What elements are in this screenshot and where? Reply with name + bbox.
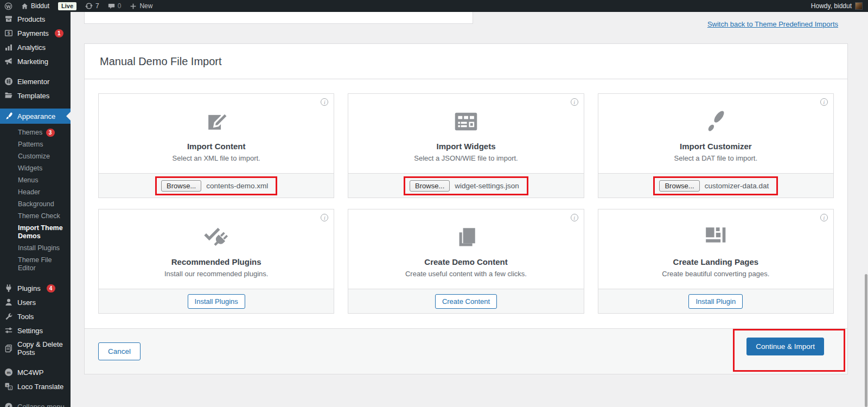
sidebar-item-label: Appearance bbox=[17, 112, 55, 120]
previous-section-remnant bbox=[84, 12, 473, 24]
update-count: 7 bbox=[95, 2, 99, 10]
card-action-button[interactable]: Install Plugin bbox=[688, 294, 743, 309]
sidebar-item-label: Copy & Delete Posts bbox=[17, 340, 67, 357]
marketing-icon bbox=[4, 57, 13, 66]
submenu-item[interactable]: Menus bbox=[0, 175, 71, 187]
updates-icon bbox=[85, 2, 93, 10]
submenu-item[interactable]: Patterns bbox=[0, 139, 71, 151]
sidebar-item-label: Payments bbox=[17, 29, 49, 37]
sidebar-item[interactable]: Tools bbox=[0, 309, 71, 323]
sidebar-item[interactable]: $ Payments 1 bbox=[0, 26, 71, 40]
submenu-item[interactable]: Customize bbox=[0, 151, 71, 163]
submenu-item[interactable]: Theme Check bbox=[0, 211, 71, 222]
sidebar-item[interactable]: m MC4WP bbox=[0, 365, 71, 379]
selected-file-name: customizer-data.dat bbox=[705, 182, 769, 190]
sidebar-item[interactable]: Plugins 4 bbox=[0, 281, 71, 295]
admin-sidebar: Products $ Payments 1 Analytics Marketin… bbox=[0, 12, 71, 407]
wordpress-menu[interactable] bbox=[0, 0, 17, 12]
card-title: Import Content bbox=[187, 142, 245, 151]
live-status[interactable]: Live bbox=[54, 0, 81, 12]
submenu-item-label: Patterns bbox=[18, 141, 43, 148]
submenu-item-label: Menus bbox=[18, 176, 39, 184]
import-customizer-icon bbox=[701, 107, 730, 136]
card-action-button[interactable]: Create Content bbox=[435, 294, 497, 309]
browse-button[interactable]: Browse... bbox=[410, 180, 450, 192]
cancel-button[interactable]: Cancel bbox=[98, 342, 141, 360]
sidebar-item-appearance[interactable]: Appearance bbox=[0, 109, 71, 124]
user-avatar[interactable] bbox=[855, 2, 863, 10]
sidebar-item-label: Loco Translate bbox=[17, 383, 63, 391]
sidebar-item[interactable]: Templates bbox=[0, 88, 71, 103]
card-action-button[interactable]: Install Plugins bbox=[188, 294, 245, 309]
sidebar-item[interactable]: Settings bbox=[0, 323, 71, 338]
sidebar-item[interactable]: Products bbox=[0, 12, 71, 26]
info-icon[interactable] bbox=[571, 214, 578, 221]
info-icon[interactable] bbox=[571, 98, 578, 106]
sidebar-item[interactable]: Copy & Delete Posts bbox=[0, 338, 71, 359]
submenu-item[interactable]: Theme File Editor bbox=[0, 255, 71, 275]
card-footer: Browse... customizer-data.dat bbox=[598, 173, 833, 198]
wordpress-logo-icon bbox=[4, 2, 12, 10]
products-icon bbox=[4, 15, 13, 23]
submenu-item-label: Theme Check bbox=[18, 212, 60, 220]
submenu-item[interactable]: Install Plugins bbox=[0, 243, 71, 255]
card-subtitle: Install our recommended plugins. bbox=[164, 270, 269, 278]
site-menu[interactable]: Biddut bbox=[17, 0, 54, 12]
comment-count: 0 bbox=[118, 2, 122, 10]
selected-file-name: widget-settings.json bbox=[455, 182, 519, 190]
import-card: Import Widgets Select a JSON/WIE file to… bbox=[348, 93, 584, 198]
site-name: Biddut bbox=[31, 2, 49, 10]
users-icon bbox=[4, 298, 13, 307]
info-icon[interactable] bbox=[820, 98, 828, 106]
info-icon[interactable] bbox=[820, 214, 828, 221]
submenu-item[interactable]: Themes 3 bbox=[0, 127, 71, 139]
sidebar-item[interactable]: Users bbox=[0, 295, 71, 309]
card-footer: Install Plugins bbox=[99, 289, 334, 313]
panel-header: Manual Demo File Import bbox=[85, 44, 847, 79]
sidebar-item[interactable]: az Loco Translate bbox=[0, 379, 71, 393]
import-card: Recommended Plugins Install our recommen… bbox=[98, 209, 334, 314]
continue-import-button[interactable]: Continue & Import bbox=[746, 338, 824, 355]
card-title: Recommended Plugins bbox=[171, 257, 261, 266]
sidebar-item[interactable]: Analytics bbox=[0, 40, 71, 54]
sidebar-item[interactable]: Collapse menu bbox=[0, 399, 71, 407]
sidebar-item-label: Plugins bbox=[17, 284, 41, 292]
sidebar-item[interactable]: Elementor bbox=[0, 74, 71, 88]
browse-button[interactable]: Browse... bbox=[161, 180, 201, 192]
import-card: Create Demo Content Create useful conten… bbox=[348, 209, 584, 314]
card-footer: Install Plugin bbox=[598, 289, 833, 313]
sidebar-item[interactable]: Marketing bbox=[0, 54, 71, 68]
submenu-item-label: Widgets bbox=[18, 164, 42, 172]
updates-menu[interactable]: 7 bbox=[81, 0, 104, 12]
comments-menu[interactable]: 0 bbox=[104, 0, 126, 12]
submenu-item[interactable]: Header bbox=[0, 187, 71, 199]
card-subtitle: Select an XML file to import. bbox=[173, 154, 260, 162]
selected-file-name: contents-demo.xml bbox=[206, 182, 268, 190]
submenu-item-label: Background bbox=[18, 200, 54, 208]
submenu-item[interactable]: Background bbox=[0, 199, 71, 211]
settings-icon bbox=[4, 326, 13, 335]
new-content-menu[interactable]: New bbox=[125, 0, 157, 12]
submenu-item-label: Themes bbox=[18, 129, 42, 136]
import-widgets-icon bbox=[451, 107, 481, 136]
card-subtitle: Select a JSON/WIE file to import. bbox=[414, 154, 518, 162]
svg-text:$: $ bbox=[8, 30, 10, 36]
page-title: Manual Demo File Import bbox=[100, 55, 222, 68]
continue-button-annotation: Continue & Import bbox=[733, 329, 845, 372]
vertical-scrollbar[interactable] bbox=[865, 274, 867, 407]
submenu-item[interactable]: Import Theme Demos bbox=[0, 222, 71, 243]
payments-icon: $ bbox=[4, 29, 13, 37]
browse-button[interactable]: Browse... bbox=[659, 180, 699, 192]
submenu-item[interactable]: Widgets bbox=[0, 163, 71, 175]
sidebar-item-label: Products bbox=[17, 15, 45, 23]
appearance-submenu: Themes 3 Patterns Customize Widgets Menu… bbox=[0, 124, 71, 281]
submenu-item-label: Import Theme Demos bbox=[18, 224, 63, 240]
switch-imports-link[interactable]: Switch back to Theme Predefined Imports bbox=[707, 20, 838, 28]
tools-icon bbox=[4, 312, 13, 321]
sidebar-item-label: Tools bbox=[17, 313, 34, 321]
sidebar-item-label: Users bbox=[17, 298, 36, 307]
sidebar-item-label: Marketing bbox=[17, 58, 48, 66]
sidebar-item-label: Elementor bbox=[17, 78, 49, 86]
plugins-icon bbox=[4, 284, 13, 292]
howdy-text[interactable]: Howdy, biddut bbox=[811, 2, 852, 10]
